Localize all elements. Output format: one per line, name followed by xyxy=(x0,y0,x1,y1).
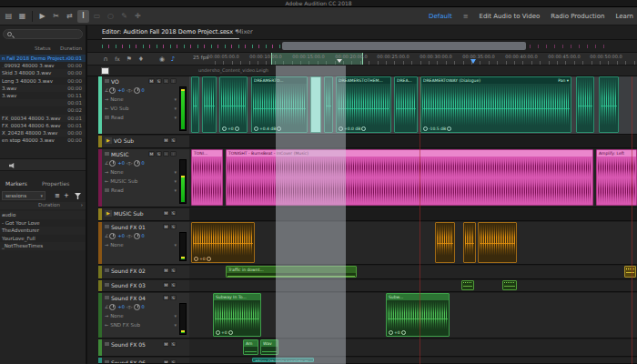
files-search-input[interactable] xyxy=(3,29,83,39)
clip-volume-badge[interactable]: +0 xyxy=(216,330,233,335)
file-row[interactable]: Long 3 48000 3.wav00:00 xyxy=(0,77,86,85)
clip-volume-badge[interactable]: +0 xyxy=(194,257,211,261)
filter-funnel-icon[interactable] xyxy=(75,193,81,199)
move-tool[interactable]: ▶ xyxy=(36,10,48,23)
solo-button[interactable]: S xyxy=(170,137,177,143)
file-row[interactable]: _09092 48000 3.wav00:00 xyxy=(0,62,86,69)
mute-button[interactable]: M xyxy=(163,295,169,300)
clip-volume-badge[interactable]: +0 xyxy=(222,126,239,131)
track-lane-music-sub[interactable] xyxy=(189,208,637,221)
mute-button[interactable]: M xyxy=(163,282,169,288)
video-thumbnail[interactable] xyxy=(101,67,109,75)
track-lane-vo[interactable]: +0DREAMERTO...+0.4 dBDREAMERSTOTHEM...+0… xyxy=(189,76,637,135)
panel-menu-icon[interactable]: ≡ xyxy=(222,28,227,35)
tab-markers[interactable]: Markers xyxy=(5,180,27,187)
track-header-sound-fx-03[interactable]: Sound FX 03MS xyxy=(98,280,189,292)
session-overview-strip[interactable] xyxy=(87,40,637,53)
clip-dreamerto[interactable]: DREAMERTO...+0.4 dB xyxy=(251,76,308,133)
track-output-select[interactable]: SND FX Sub xyxy=(110,322,140,328)
timeline-ruler[interactable]: ∩ fx ⚑ ♦ ◉ ♪ ▣ 25 fps 00:00:05:00.000:00… xyxy=(87,53,637,66)
pan-knob[interactable] xyxy=(134,233,140,239)
duration-column-header[interactable]: Duration xyxy=(60,46,82,51)
mute-button[interactable]: M xyxy=(148,78,155,84)
playhead-icon[interactable] xyxy=(470,59,476,64)
clip[interactable]: +0 xyxy=(219,76,248,133)
list-menu-icon[interactable]: ≡ xyxy=(55,192,60,199)
file-row[interactable]: X_20428 48000 3.wav00:00 xyxy=(0,129,86,136)
track-header-sound-fx-02[interactable]: Sound FX 02MS xyxy=(98,266,189,279)
clip-dreamerstothem[interactable]: DREAMERSTOTHEM...+0.0 dB xyxy=(336,76,391,133)
track-header-sound-fx-05[interactable]: Sound FX 05MS xyxy=(98,339,189,357)
file-row[interactable]: 3.wav00:11 xyxy=(0,92,86,99)
solo-button[interactable]: S xyxy=(170,210,177,216)
solo-button[interactable]: S xyxy=(156,151,162,157)
track-input-select[interactable]: None xyxy=(110,96,123,102)
tab-properties[interactable]: Properties xyxy=(42,180,69,187)
track-header-vo[interactable]: VOMSRI∠+0◁▷0→None▾←VO Sub▾Read▾ xyxy=(98,76,189,135)
marker-row[interactable]: TheAdventurer xyxy=(0,227,86,235)
clip[interactable] xyxy=(463,222,476,263)
file-row[interactable]: Skid 3 48000 3.wav00:00 xyxy=(0,69,86,76)
autoplay-speaker-icon[interactable] xyxy=(9,163,15,168)
workspace-default[interactable]: Default xyxy=(429,13,452,20)
record-arm-button[interactable]: R xyxy=(163,151,169,157)
clip[interactable] xyxy=(461,280,474,290)
solo-button[interactable]: S xyxy=(170,224,177,229)
clip[interactable] xyxy=(324,76,333,133)
razor-tool[interactable]: ✂ xyxy=(50,10,62,23)
multitrack-view[interactable]: ▦ xyxy=(16,10,28,23)
scroll-right-icon[interactable]: › xyxy=(81,202,83,207)
clip[interactable] xyxy=(576,76,594,133)
workspace-radio-production[interactable]: Radio Production xyxy=(551,13,604,20)
lasso-selection-tool[interactable]: ○ xyxy=(105,10,116,23)
volume-knob[interactable] xyxy=(109,87,116,94)
solo-button[interactable]: S xyxy=(170,359,177,364)
track-input-select[interactable]: None xyxy=(110,313,123,318)
mute-button[interactable]: M xyxy=(163,341,169,347)
track-header-music[interactable]: MUSICMSRI∠+0◁▷0→None▾←MUSIC Sub▾Read▾ xyxy=(98,149,189,207)
waveform-view[interactable]: ▤ xyxy=(3,10,15,23)
monitor-input-button[interactable]: I xyxy=(170,78,177,84)
track-lane-sound-fx-02[interactable]: Traffic in downt... xyxy=(189,266,637,279)
automation-mode-select[interactable]: Read xyxy=(111,187,124,193)
file-row[interactable]: 00:02 xyxy=(0,106,86,114)
monitor-input-button[interactable]: I xyxy=(170,151,177,157)
track-lane-sound-fx-04[interactable]: Subway In To...+0Subw...+0 xyxy=(189,293,637,339)
clip-pan-badge[interactable]: Pan ▾ xyxy=(558,77,569,84)
fx-rack-icon[interactable]: fx xyxy=(112,55,123,64)
volume-knob[interactable] xyxy=(109,304,116,310)
solo-button[interactable]: S xyxy=(170,268,177,273)
track-header-sound-fx-06[interactable]: Sound FX 06MS xyxy=(98,358,189,364)
clip[interactable] xyxy=(435,222,455,263)
track-output-select[interactable]: VO Sub xyxy=(110,106,128,111)
clip[interactable]: +0 xyxy=(191,222,255,263)
clip-wav[interactable]: Wav xyxy=(260,339,278,355)
pan-knob[interactable] xyxy=(134,304,140,310)
tab-editor[interactable]: Editor: Audition Fall 2018 Demo Project.… xyxy=(102,28,238,35)
clip-drea[interactable]: DREA... xyxy=(394,76,418,133)
track-header-vo-sub[interactable]: ▶VO SubMS xyxy=(98,136,189,148)
track-lane-vo-sub[interactable] xyxy=(189,136,637,148)
pan-knob[interactable] xyxy=(134,160,140,167)
solo-button[interactable]: S xyxy=(156,78,162,84)
marquee-selection-tool[interactable]: ▭ xyxy=(91,10,103,23)
pan-knob[interactable] xyxy=(134,87,140,94)
mute-button[interactable]: M xyxy=(163,224,169,229)
solo-button[interactable]: S xyxy=(170,282,177,288)
file-row[interactable]: FX_00034 48000 3.wav00:01 xyxy=(0,115,86,122)
markers-filter-dropdown[interactable]: sessions xyxy=(2,191,46,200)
clip[interactable] xyxy=(310,76,321,133)
solo-button[interactable]: S xyxy=(170,341,177,347)
spot-healing-tool[interactable]: ✚ xyxy=(132,10,144,23)
workspace-learn[interactable]: Learn xyxy=(615,13,633,20)
slip-tool[interactable]: ⇄ xyxy=(64,10,76,23)
clip[interactable] xyxy=(502,280,517,290)
track-input-select[interactable]: None xyxy=(110,169,123,175)
snap-icon[interactable]: ∩ xyxy=(100,55,111,64)
status-column-header[interactable]: Status xyxy=(35,46,51,51)
clip-toni[interactable]: TONI... xyxy=(191,149,223,206)
markers-duration-header[interactable]: Duration xyxy=(38,202,60,207)
monitor-mix-icon[interactable]: ♪ xyxy=(167,55,178,64)
track-input-select[interactable]: None xyxy=(110,242,123,248)
favorite-icon[interactable]: ♦ xyxy=(136,55,147,64)
